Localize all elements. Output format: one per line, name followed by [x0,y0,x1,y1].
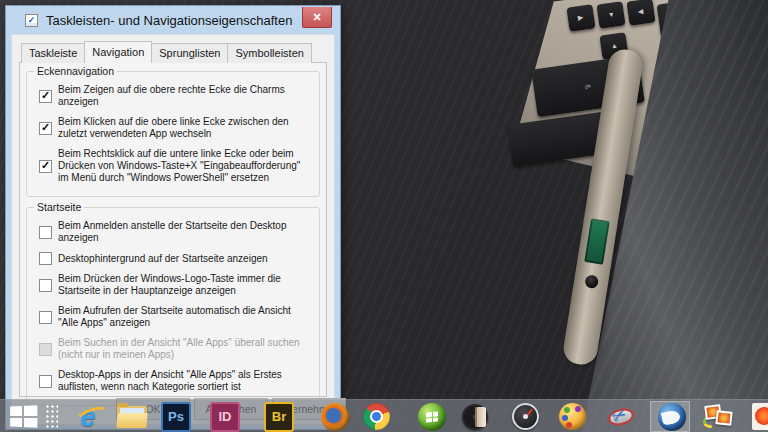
checkbox-row-powershell: ✓ Beim Rechtsklick auf die untere linke … [39,148,313,184]
folder-icon [117,406,147,428]
audio-jack [584,274,599,289]
chrome-icon [363,403,390,430]
media-app-button[interactable] [459,400,491,432]
checkbox-row-winkey-display: Beim Drücken der Windows-Logo-Taste imme… [39,273,313,297]
checkbox-label[interactable]: Desktophintergrund auf der Startseite an… [58,253,268,265]
checkbox-row-desktop-background: Desktophintergrund auf der Startseite an… [39,252,313,265]
internet-explorer-button[interactable]: e [72,400,104,432]
snipping-tool-button[interactable]: ✂ [605,400,637,432]
checkbox-powershell[interactable]: ✓ [39,160,52,173]
indesign-button[interactable]: ID [209,400,241,432]
checkbox-row-alle-apps: Beim Aufrufen der Startseite automatisch… [39,305,313,329]
windows-logo-icon [10,405,37,427]
media-center-button[interactable] [416,400,448,432]
checkmark-icon: ✓ [41,122,50,133]
checkbox-label[interactable]: Beim Rechtsklick auf die untere linke Ec… [58,148,313,184]
checkbox-row-search-everywhere: Beim Suchen in der Ansicht "Alle Apps" ü… [39,337,313,361]
close-button[interactable]: ✕ [302,7,332,28]
tab-symbolleisten[interactable]: Symbolleisten [227,43,311,63]
photo-gallery-icon [703,403,735,431]
checkbox-desktop-background[interactable] [39,252,52,265]
key: ▲ [596,1,625,28]
palette-icon [559,403,586,430]
photo-gallery-button[interactable] [702,400,736,432]
checkbox-label[interactable]: Beim Anmelden anstelle der Startseite de… [58,220,313,244]
gauge-icon [512,403,539,430]
checkmark-icon: ✓ [41,160,50,171]
tab-sprunglisten[interactable]: Sprunglisten [151,43,228,63]
ethernet-port [584,218,610,264]
dialog-body: Taskleiste Navigation Sprunglisten Symbo… [11,34,335,425]
window-icon: ✓ [25,14,38,27]
checkbox-row-desktop-on-login: Beim Anmelden anstelle der Startseite de… [39,220,313,244]
checkbox-label[interactable]: Beim Klicken auf die obere linke Ecke zw… [58,116,313,140]
snipping-tool-icon: ✂ [606,403,636,431]
checkbox-desktop-apps-first[interactable] [39,375,52,388]
checkbox-search-everywhere [39,343,52,356]
group-eckennavigation: Eckennavigation ✓ Beim Zeigen auf die ob… [26,71,320,197]
checkbox-charms[interactable]: ✓ [39,90,52,103]
internet-explorer-icon: e [80,404,95,430]
file-explorer-button[interactable] [116,400,148,432]
gauge-app-button[interactable] [509,400,541,432]
key: ▶ [626,0,655,26]
checkmark-icon: ✓ [41,90,50,101]
thunderbird-icon [658,403,686,431]
record-book-icon [462,404,488,430]
window-icon-check: ✓ [28,16,36,25]
tab-panel-navigation: Eckennavigation ✓ Beim Zeigen auf die ob… [19,62,327,397]
taskbar: e Ps ID Br [0,399,768,432]
close-icon: ✕ [312,11,321,24]
tab-strip: Taskleiste Navigation Sprunglisten Symbo… [21,43,327,63]
firefox-icon [321,403,349,431]
bridge-button[interactable]: Br [263,400,295,432]
titlebar[interactable]: ✓ Taskleisten- und Navigationseigenschaf… [11,6,335,34]
tab-navigation[interactable]: Navigation [84,41,152,63]
dots-grid-icon [44,403,58,430]
checkbox-desktop-on-login[interactable] [39,226,52,239]
thunderbird-button[interactable] [656,400,688,432]
checkbox-label[interactable]: Beim Aufrufen der Startseite automatisch… [58,305,313,329]
group-title: Startseite [34,201,84,213]
bridge-icon: Br [264,402,294,432]
screen: ◀ ▲ ▶ ▼ ⏎ ✓ Taskleisten- und Navigations… [0,0,768,432]
grip-dots-icon[interactable] [43,400,59,432]
checkbox-app-switch[interactable]: ✓ [39,122,52,135]
start-button[interactable] [6,400,40,432]
checkbox-alle-apps[interactable] [39,311,52,324]
tab-taskleiste[interactable]: Taskleiste [21,43,85,63]
key: ◀ [566,4,595,31]
photoshop-icon: Ps [161,402,191,432]
taskbar-properties-dialog: ✓ Taskleisten- und Navigationseigenschaf… [5,5,341,430]
photoshop-button[interactable]: Ps [160,400,192,432]
group-startseite: Startseite Beim Anmelden anstelle der St… [26,207,320,406]
group-title: Eckennavigation [34,65,117,77]
checkbox-label[interactable]: Beim Drücken der Windows-Logo-Taste imme… [58,273,313,297]
window-title: Taskleisten- und Navigationseigenschafte… [46,13,292,28]
checkbox-row-charms: ✓ Beim Zeigen auf die obere rechte Ecke … [39,84,313,108]
checkbox-label: Beim Suchen in der Ansicht "Alle Apps" ü… [58,337,313,361]
firefox-button[interactable] [319,400,351,432]
checkbox-row-app-switch: ✓ Beim Klicken auf die obere linke Ecke … [39,116,313,140]
checkbox-label[interactable]: Beim Zeigen auf die obere rechte Ecke di… [58,84,313,108]
checkbox-winkey-display[interactable] [39,279,52,292]
indesign-icon: ID [210,402,240,432]
checkbox-row-desktop-apps-first: Desktop-Apps in der Ansicht "Alle Apps" … [39,369,313,393]
media-center-icon [418,403,446,431]
checkbox-label[interactable]: Desktop-Apps in der Ansicht "Alle Apps" … [58,369,313,393]
paint-app-button[interactable] [556,400,588,432]
chrome-button[interactable] [360,400,392,432]
partial-app-icon[interactable] [752,403,768,430]
